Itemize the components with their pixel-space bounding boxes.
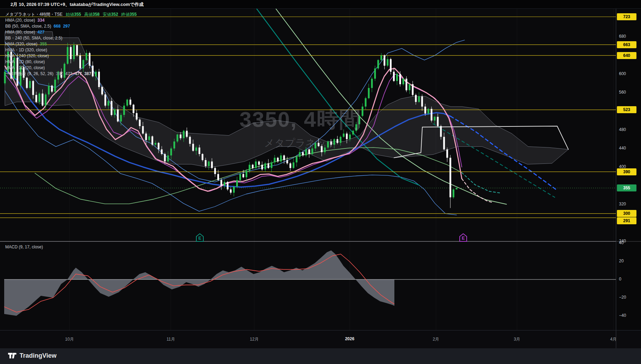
indicator-legend-row[interactable]: BB (50, SMA, close, 2.5)668297 [5, 23, 137, 29]
candle-body [293, 162, 294, 168]
candle-body [220, 180, 222, 186]
indicator-legend-row[interactable]: HMA・1D (320, close) [5, 47, 137, 53]
candle-body [412, 84, 414, 95]
macd-tick: 20 [619, 259, 624, 263]
candle-body [421, 96, 423, 107]
macd-tick: 0 [619, 277, 621, 282]
candle-body [305, 150, 307, 155]
ohlc-value: 高値358 [84, 12, 100, 17]
ohlc-value: 始値355 [66, 12, 81, 17]
candle-body [355, 124, 357, 131]
price-tick: 560 [619, 90, 626, 95]
candle-body [195, 147, 197, 151]
candle-body [38, 94, 40, 102]
indicator-legend-row[interactable]: HMA (20, close)334 [5, 17, 137, 23]
candle-body [406, 79, 407, 90]
price-axis[interactable]: 68060056048044040032024040200−20−4072366… [616, 9, 641, 330]
price-tick: 680 [619, 34, 626, 39]
ohlc-value: 安値352 [103, 12, 118, 17]
candle-body [217, 174, 219, 180]
candle-body [268, 163, 269, 168]
symbol-title: メタプラネット・4時間・TSE [5, 12, 63, 17]
time-axis-label: 2026 [345, 336, 355, 341]
symbol-legend-row[interactable]: メタプラネット・4時間・TSE始値355高値358安値352終値355 [5, 12, 137, 17]
candle-body [189, 137, 191, 144]
indicator-legend-row[interactable]: HMA・240 (320, close) [5, 53, 137, 59]
candle-body [418, 96, 420, 102]
candle-body [308, 150, 310, 154]
time-axis-label: 3月 [514, 336, 520, 342]
candle-body [249, 165, 250, 171]
candle-body [393, 72, 395, 81]
level-price-badge: 663 [617, 41, 636, 48]
bottom-toolbar: TradingView [0, 348, 641, 364]
candle-body [114, 109, 116, 115]
indicator-legend-row[interactable]: HMA (320, close)355 [5, 41, 137, 47]
indicator-legend-row[interactable]: BB・240 (50, SMA, close, 2.5) [5, 35, 137, 41]
earnings-event-badge[interactable]: E [196, 233, 204, 242]
indicator-value: 297 [63, 24, 70, 29]
candle-body [343, 133, 344, 137]
indicator-legend-row[interactable]: HMA (80, close)427 [5, 29, 137, 35]
candle-body [374, 68, 376, 79]
candle-body [283, 155, 285, 160]
candle-body [380, 56, 382, 60]
candle-body [327, 141, 329, 147]
candle-body [446, 150, 448, 158]
candle-body [290, 163, 291, 168]
indicator-legend-row[interactable]: HMA・1D (80, close) [5, 59, 137, 65]
candle-body [358, 116, 360, 124]
last-price-badge: 355 [617, 184, 636, 191]
candle-body [123, 105, 125, 115]
indicator-value: 427 [37, 30, 44, 35]
candle-body [396, 74, 398, 81]
candle-body [371, 79, 373, 88]
svg-text:E: E [198, 235, 202, 241]
level-price-badge: 523 [617, 106, 636, 113]
candle-body [384, 56, 385, 66]
ohlc-value: 終値355 [121, 12, 137, 17]
candle-body [330, 141, 332, 145]
candle-body [333, 139, 335, 145]
time-axis-label: 4月 [610, 336, 617, 342]
tradingview-chart-window: 2月 10, 2026 07:39 UTC+9、takatabaがTrading… [0, 0, 641, 364]
candle-body [48, 86, 50, 94]
indicator-label: HMA・1D (20, close) [5, 65, 45, 70]
candle-body [173, 141, 175, 148]
candle-body [42, 94, 43, 106]
indicator-legend-row[interactable]: 一目均衡表 (9, 26, 52, 26)387473477387 [5, 71, 137, 77]
candle-body [130, 100, 131, 105]
price-tick: 440 [619, 146, 626, 151]
indicator-label: HMA・1D (320, close) [5, 48, 47, 52]
candle-body [399, 74, 401, 84]
candle-body [402, 79, 404, 84]
hma320-projection [462, 173, 501, 193]
candle-body [437, 117, 439, 126]
candle-body [255, 161, 257, 168]
candle-body [271, 162, 272, 168]
candle-body [453, 189, 454, 197]
indicator-label: 一目均衡表 (9, 26, 52, 26) [5, 71, 53, 76]
time-axis[interactable]: 10月11月12月20262月3月4月 [0, 330, 641, 349]
indicator-label: HMA (320, close) [5, 42, 37, 46]
candle-body [161, 150, 163, 154]
tradingview-logo[interactable]: TradingView [8, 351, 57, 360]
candle-body [349, 134, 351, 139]
candle-body [136, 113, 138, 120]
macd-pane [4, 250, 616, 316]
macd-legend-label[interactable]: MACD (9, 17, close) [5, 245, 43, 249]
indicator-legend-row[interactable]: HMA・1D (20, close) [5, 65, 137, 71]
candle-body [148, 136, 150, 140]
level-price-badge: 723 [617, 13, 636, 20]
candle-body [167, 155, 169, 161]
candle-body [208, 161, 210, 166]
candle-body [139, 119, 141, 126]
price-tick: 480 [619, 127, 626, 132]
indicator-value: 387 [56, 71, 63, 76]
time-axis-label: 11月 [167, 336, 175, 342]
earnings-event-badge[interactable]: E [459, 233, 467, 242]
candle-body [368, 88, 370, 98]
candle-body [202, 154, 203, 160]
candle-body [246, 171, 247, 177]
candle-body [456, 188, 458, 189]
